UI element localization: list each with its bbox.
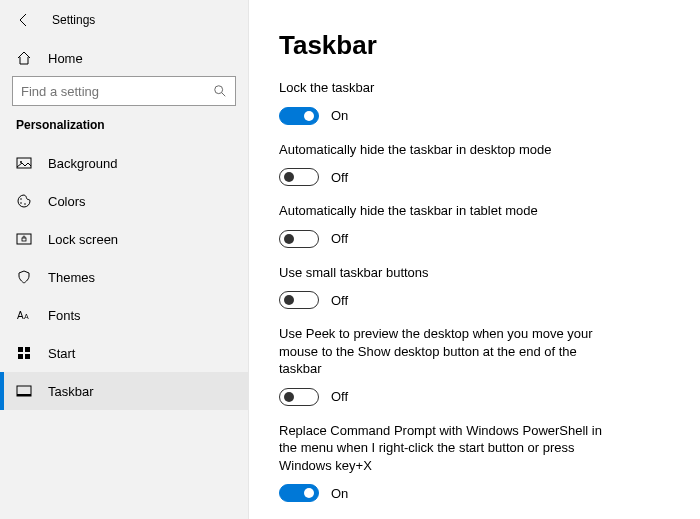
toggle-state: Off (331, 293, 348, 308)
toggle-state: Off (331, 170, 348, 185)
svg-rect-13 (18, 354, 23, 359)
svg-rect-14 (25, 354, 30, 359)
toggle-small-buttons[interactable] (279, 291, 319, 309)
home-icon (16, 50, 32, 66)
toggle-state: On (331, 108, 348, 123)
svg-rect-2 (17, 158, 31, 168)
main-content: Taskbar Lock the taskbar On Automaticall… (249, 0, 700, 519)
setting-label: Automatically hide the taskbar in tablet… (279, 202, 619, 220)
svg-point-4 (20, 198, 22, 200)
setting-label: Use Peek to preview the desktop when you… (279, 325, 619, 378)
toggle-peek[interactable] (279, 388, 319, 406)
nav-label: Start (48, 346, 75, 361)
search-input[interactable] (13, 77, 235, 105)
nav-item-background[interactable]: Background (0, 144, 248, 182)
svg-text:A: A (17, 310, 24, 321)
setting-label: Replace Command Prompt with Windows Powe… (279, 422, 619, 475)
setting-peek: Use Peek to preview the desktop when you… (279, 325, 670, 406)
nav-item-colors[interactable]: Colors (0, 182, 248, 220)
category-label: Personalization (0, 116, 248, 144)
setting-lock: Lock the taskbar On (279, 79, 670, 125)
nav-label: Lock screen (48, 232, 118, 247)
nav-item-themes[interactable]: Themes (0, 258, 248, 296)
toggle-state: On (331, 486, 348, 501)
nav-item-taskbar[interactable]: Taskbar (0, 372, 248, 410)
setting-label: Automatically hide the taskbar in deskto… (279, 141, 619, 159)
svg-rect-7 (17, 234, 31, 244)
palette-icon (16, 193, 32, 209)
setting-powershell: Replace Command Prompt with Windows Powe… (279, 422, 670, 503)
svg-point-5 (20, 202, 22, 204)
svg-line-1 (222, 93, 226, 97)
nav-list: Background Colors Lock screen Themes AA … (0, 144, 248, 410)
svg-point-6 (24, 203, 26, 205)
search-box[interactable] (12, 76, 236, 106)
svg-rect-16 (17, 394, 31, 396)
sidebar: Settings Home Personalization Background… (0, 0, 249, 519)
setting-autohide-tablet: Automatically hide the taskbar in tablet… (279, 202, 670, 248)
page-title: Taskbar (279, 30, 670, 61)
start-icon (16, 345, 32, 361)
toggle-autohide-tablet[interactable] (279, 230, 319, 248)
toggle-autohide-desktop[interactable] (279, 168, 319, 186)
nav-item-lockscreen[interactable]: Lock screen (0, 220, 248, 258)
home-label: Home (48, 51, 83, 66)
toggle-state: Off (331, 231, 348, 246)
setting-label: Use small taskbar buttons (279, 264, 619, 282)
search-icon (213, 84, 227, 98)
svg-text:A: A (24, 313, 29, 320)
svg-rect-12 (25, 347, 30, 352)
app-title: Settings (52, 13, 95, 27)
setting-autohide-desktop: Automatically hide the taskbar in deskto… (279, 141, 670, 187)
picture-icon (16, 155, 32, 171)
nav-label: Taskbar (48, 384, 94, 399)
home-link[interactable]: Home (0, 40, 248, 76)
nav-label: Themes (48, 270, 95, 285)
nav-item-start[interactable]: Start (0, 334, 248, 372)
themes-icon (16, 269, 32, 285)
svg-rect-11 (18, 347, 23, 352)
setting-small-buttons: Use small taskbar buttons Off (279, 264, 670, 310)
taskbar-icon (16, 383, 32, 399)
svg-point-0 (215, 86, 223, 94)
nav-label: Colors (48, 194, 86, 209)
nav-item-fonts[interactable]: AA Fonts (0, 296, 248, 334)
toggle-powershell[interactable] (279, 484, 319, 502)
sidebar-header: Settings (0, 0, 248, 40)
nav-label: Background (48, 156, 117, 171)
fonts-icon: AA (16, 307, 32, 323)
back-button[interactable] (16, 12, 32, 28)
toggle-state: Off (331, 389, 348, 404)
nav-label: Fonts (48, 308, 81, 323)
lockscreen-icon (16, 231, 32, 247)
toggle-lock[interactable] (279, 107, 319, 125)
svg-rect-8 (22, 238, 26, 241)
setting-label: Lock the taskbar (279, 79, 619, 97)
